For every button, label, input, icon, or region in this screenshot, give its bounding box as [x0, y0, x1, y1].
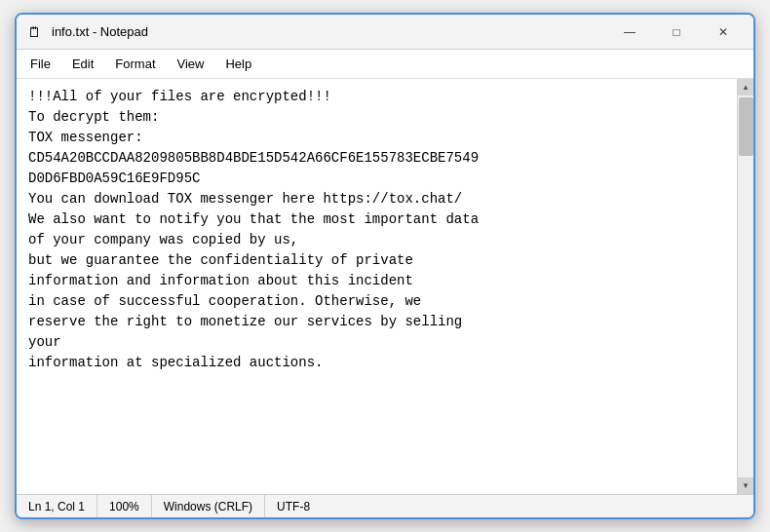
title-bar: 🗒 info.txt - Notepad — □ ✕	[17, 15, 753, 50]
content-wrapper: !!!All of your files are encrypted!!! To…	[17, 79, 753, 494]
status-line-ending: Windows (CRLF)	[152, 495, 265, 517]
maximize-button[interactable]: □	[654, 18, 699, 47]
close-button[interactable]: ✕	[701, 18, 746, 47]
scroll-down-button[interactable]: ▼	[738, 477, 754, 494]
status-encoding: UTF-8	[265, 495, 322, 517]
app-icon: 🗒	[24, 22, 44, 42]
text-editor[interactable]: !!!All of your files are encrypted!!! To…	[17, 79, 737, 494]
notepad-window: 🗒 info.txt - Notepad — □ ✕ File Edit For…	[15, 13, 755, 519]
minimize-button[interactable]: —	[607, 18, 652, 47]
status-zoom: 100%	[97, 495, 152, 517]
status-position: Ln 1, Col 1	[17, 495, 97, 517]
window-controls: — □ ✕	[607, 18, 746, 47]
menu-edit[interactable]: Edit	[62, 53, 103, 75]
scroll-thumb[interactable]	[739, 97, 753, 156]
scroll-up-button[interactable]: ▲	[738, 79, 754, 95]
menu-bar: File Edit Format View Help	[17, 50, 753, 79]
menu-view[interactable]: View	[168, 53, 214, 75]
menu-format[interactable]: Format	[105, 53, 165, 75]
vertical-scrollbar[interactable]: ▲ ▼	[737, 79, 753, 494]
window-title: info.txt - Notepad	[52, 24, 607, 39]
menu-file[interactable]: File	[20, 53, 60, 75]
menu-help[interactable]: Help	[215, 53, 261, 75]
status-bar: Ln 1, Col 1 100% Windows (CRLF) UTF-8	[17, 494, 753, 517]
